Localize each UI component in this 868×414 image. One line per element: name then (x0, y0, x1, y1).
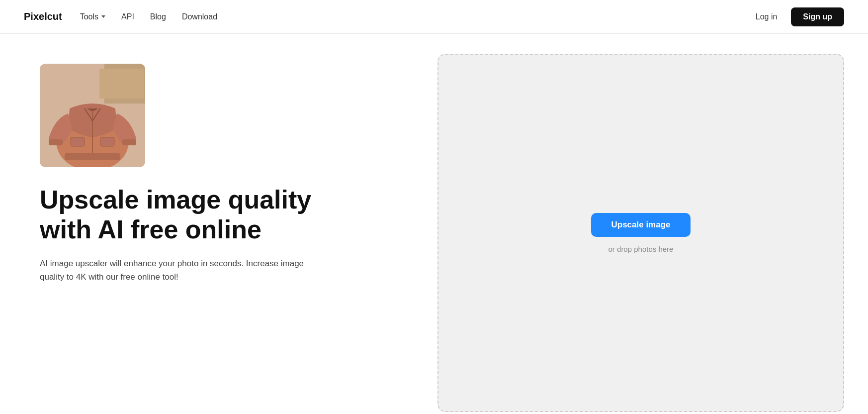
site-logo[interactable]: Pixelcut (24, 11, 62, 22)
svg-rect-9 (71, 137, 85, 146)
navbar-links: Tools API Blog Download (80, 12, 750, 21)
upload-dropzone[interactable]: Upscale image or drop photos here (437, 54, 844, 412)
hero-description: AI image upscaler will enhance your phot… (40, 257, 328, 284)
svg-rect-7 (49, 139, 63, 145)
signup-button[interactable]: Sign up (791, 7, 844, 26)
left-panel: Upscale image quality with AI free onlin… (40, 54, 428, 284)
right-panel: Upscale image or drop photos here (437, 54, 844, 412)
svg-rect-10 (100, 137, 114, 146)
svg-rect-6 (65, 153, 120, 160)
drop-hint-text: or drop photos here (608, 245, 674, 253)
product-image (40, 64, 145, 167)
nav-api[interactable]: API (121, 12, 134, 21)
nav-download[interactable]: Download (182, 12, 217, 21)
login-button[interactable]: Log in (750, 8, 783, 25)
hero-title: Upscale image quality with AI free onlin… (40, 185, 358, 245)
nav-api-label: API (121, 12, 134, 21)
nav-download-label: Download (182, 12, 217, 21)
nav-blog[interactable]: Blog (150, 12, 166, 21)
chevron-down-icon (101, 15, 105, 18)
nav-tools-label: Tools (80, 12, 98, 21)
nav-blog-label: Blog (150, 12, 166, 21)
navbar: Pixelcut Tools API Blog Download Log in … (0, 0, 868, 34)
upscale-image-button[interactable]: Upscale image (591, 213, 690, 237)
svg-rect-8 (122, 139, 136, 145)
jacket-svg (40, 64, 145, 167)
svg-rect-3 (99, 69, 144, 99)
main-content: Upscale image quality with AI free onlin… (0, 34, 868, 414)
nav-tools[interactable]: Tools (80, 12, 105, 21)
navbar-actions: Log in Sign up (750, 7, 844, 26)
